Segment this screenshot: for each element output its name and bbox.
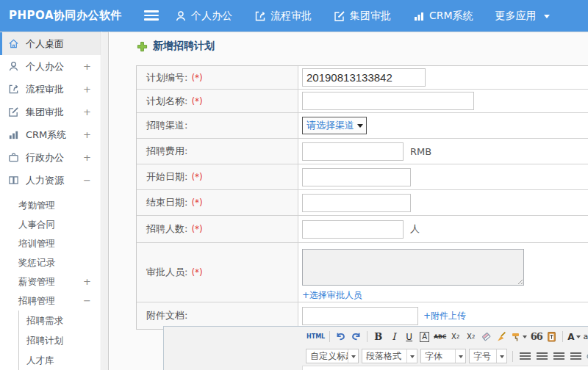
custom-heading-select[interactable]: 自定义标题 (306, 349, 359, 363)
topnav-label: 更多应用 (495, 10, 537, 23)
align-justify-icon[interactable] (570, 352, 581, 360)
font-family-select[interactable]: 字体 (420, 349, 466, 363)
sidebar-item-personal-office[interactable]: 个人办公 + (0, 55, 101, 78)
chevron-down-icon (544, 15, 550, 21)
align-left-icon[interactable] (520, 352, 531, 360)
paste-text-button[interactable] (545, 330, 559, 344)
chevron-down-icon (523, 335, 527, 341)
font-size-select[interactable]: 字号 (469, 349, 507, 363)
underline-button[interactable]: U (402, 330, 416, 344)
sidebar-item-desktop[interactable]: 个人桌面 (0, 32, 101, 55)
add-plus-icon (137, 41, 148, 52)
field-label: 结束日期: (*) (137, 190, 298, 215)
resize-grip-icon[interactable] (516, 278, 523, 284)
font-border-glyph: A (420, 332, 429, 342)
sidebar-item-workflow-approval[interactable]: 流程审批 + (0, 78, 101, 101)
expand-plus-icon[interactable]: + (83, 129, 91, 140)
sidebar-item-crm[interactable]: CRM系统 + (0, 123, 101, 146)
undo-button[interactable] (334, 330, 348, 344)
topnav-label: 集团审批 (350, 10, 391, 23)
end-date-input[interactable] (302, 194, 411, 212)
topnav-item-workflow-approval[interactable]: 流程审批 (254, 10, 312, 23)
form-row-plan-no: 计划编号: (*) (137, 66, 588, 90)
eraser-button[interactable] (479, 330, 493, 344)
workflow-icon (8, 84, 19, 95)
field-label: 审批人员: (*) (137, 243, 298, 302)
expand-plus-icon[interactable]: + (83, 272, 91, 291)
expand-plus-icon[interactable]: + (83, 61, 91, 72)
align-center-icon[interactable] (537, 352, 548, 360)
channel-select[interactable]: 请选择渠道 (302, 117, 367, 134)
required-mark: (*) (191, 197, 202, 208)
expand-plus-icon[interactable]: + (83, 84, 91, 95)
sidebar-item-attendance[interactable]: 考勤管理 (0, 196, 101, 215)
sidebar-subitem-label: 人事合同 (18, 219, 55, 230)
headcount-input[interactable] (302, 220, 404, 239)
plan-no-input[interactable] (302, 68, 426, 87)
channel-select-value: 请选择渠道 (306, 119, 354, 132)
highlight-color-button[interactable]: ab (583, 330, 588, 344)
topnav-item-more-apps[interactable]: 更多应用 (495, 10, 550, 23)
attachment-input[interactable] (302, 307, 418, 325)
bold-button[interactable]: B (371, 330, 385, 344)
sidebar-item-reward-punishment[interactable]: 奖惩记录 (0, 253, 101, 272)
superscript-button[interactable]: X2 (448, 330, 462, 344)
sidebar-item-talent-pool[interactable]: 人才库 (19, 350, 101, 370)
strikethrough-button[interactable]: ABC (433, 330, 447, 344)
sidebar-scrollbar[interactable] (102, 32, 109, 370)
html-source-button[interactable]: HTML (306, 330, 326, 344)
label-text: 结束日期: (146, 196, 187, 209)
sidebar-item-hr[interactable]: 人力资源 − (0, 169, 101, 192)
sidebar-item-salary[interactable]: 薪资管理 + (0, 272, 101, 291)
collapse-minus-icon[interactable]: − (83, 291, 91, 311)
topnav-label: 流程审批 (270, 10, 312, 23)
sidebar-item-label: 集团审批 (26, 106, 64, 119)
sidebar-item-group-approval[interactable]: 集团审批 + (0, 101, 101, 123)
italic-button[interactable]: I (387, 330, 401, 344)
label-text: 招聘费用: (146, 145, 187, 158)
editor-toolbar-row2: 自定义标题 段落格式 字体 字号 (164, 347, 588, 366)
sidebar-item-recruit-plan[interactable]: 招聘计划 (19, 330, 101, 350)
hamburger-menu-icon[interactable] (144, 10, 159, 21)
sidebar-item-recruit-demand[interactable]: 招聘需求 (19, 311, 101, 330)
fee-input[interactable] (302, 142, 404, 161)
redo-button[interactable] (349, 330, 363, 344)
clear-format-button[interactable] (495, 330, 509, 344)
label-text: 计划名称: (146, 95, 187, 108)
sidebar-item-hr-contract[interactable]: 人事合同 (0, 215, 101, 234)
topnav-item-group-approval[interactable]: 集团审批 (334, 10, 391, 23)
sub-base: X (467, 333, 472, 341)
plan-name-input[interactable] (302, 92, 474, 110)
topnav-item-personal-office[interactable]: 个人办公 (175, 10, 232, 23)
expand-plus-icon[interactable]: + (83, 152, 91, 163)
approvers-textarea[interactable] (302, 249, 524, 286)
topnav-item-crm[interactable]: CRM系统 (413, 10, 473, 23)
sidebar-item-recruit-mgmt[interactable]: 招聘管理 − (0, 291, 101, 311)
editor-content-area[interactable] (302, 366, 588, 370)
attachment-upload-link[interactable]: +附件上传 (423, 310, 466, 322)
chevron-down-icon (357, 124, 363, 131)
sidebar-subitem-label: 薪资管理 (18, 276, 55, 287)
field-label: 开始日期: (*) (137, 164, 298, 189)
form-row-end-date: 结束日期: (*) (137, 190, 588, 216)
paragraph-format-select[interactable]: 段落格式 (362, 349, 417, 363)
form-row-approvers: 审批人员: (*) +选择审批人员 (137, 243, 588, 302)
required-mark: (*) (191, 96, 202, 106)
label-text: 招聘人数: (146, 222, 187, 236)
blockquote-button[interactable]: 66 (529, 330, 543, 344)
sidebar-item-label: 行政办公 (26, 151, 64, 164)
form-row-plan-name: 计划名称: (*) (137, 90, 588, 113)
expand-plus-icon[interactable]: + (83, 106, 91, 117)
sidebar-subitem-label: 培训管理 (18, 238, 55, 249)
align-right-icon[interactable] (553, 352, 564, 360)
sidebar-item-admin-office[interactable]: 行政办公 + (0, 146, 101, 169)
font-color-button[interactable]: A (567, 330, 581, 344)
subscript-button[interactable]: X2 (464, 330, 478, 344)
start-date-input[interactable] (302, 168, 411, 186)
field-label: 招聘渠道: (137, 113, 298, 138)
font-border-button[interactable]: A (417, 330, 431, 344)
select-approvers-link[interactable]: +选择审批人员 (302, 289, 362, 302)
collapse-minus-icon[interactable]: − (83, 175, 91, 186)
format-painter-button[interactable] (510, 330, 528, 344)
sidebar-item-training[interactable]: 培训管理 (0, 234, 101, 253)
